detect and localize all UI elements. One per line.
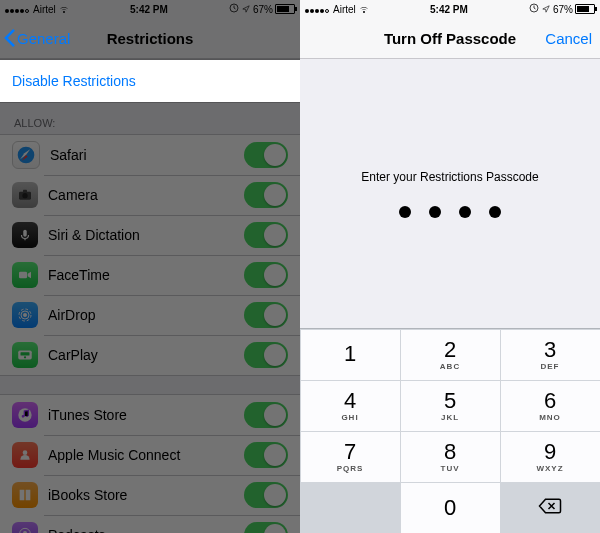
- signal-dots-icon: [305, 4, 330, 15]
- settings-row-siri[interactable]: Siri & Dictation: [0, 215, 300, 255]
- keypad-key-3[interactable]: 3DEF: [501, 330, 600, 380]
- row-label: iTunes Store: [48, 407, 244, 423]
- battery-indicator: 67%: [253, 4, 295, 15]
- status-bar: Airtel 5:42 PM 67%: [0, 0, 300, 18]
- row-label: Safari: [50, 147, 244, 163]
- svg-rect-4: [23, 190, 27, 193]
- row-label: Siri & Dictation: [48, 227, 244, 243]
- section-header-allow: ALLOW:: [0, 103, 300, 134]
- wifi-icon: [59, 5, 69, 13]
- passcode-dots: [399, 206, 501, 218]
- keypad-key-2[interactable]: 2ABC: [401, 330, 500, 380]
- numeric-keypad: 1 2ABC 3DEF 4GHI 5JKL 6MNO 7PQRS 8TUV 9W…: [300, 328, 600, 533]
- settings-row-facetime[interactable]: FaceTime: [0, 255, 300, 295]
- toggle-switch[interactable]: [244, 442, 288, 468]
- cancel-button[interactable]: Cancel: [545, 30, 592, 47]
- svg-rect-6: [19, 272, 27, 279]
- disable-restrictions-label: Disable Restrictions: [12, 73, 288, 89]
- signal-dots-icon: [5, 4, 30, 15]
- keypad-key-8[interactable]: 8TUV: [401, 432, 500, 482]
- settings-row-music[interactable]: Apple Music Connect: [0, 435, 300, 475]
- nav-bar: General Restrictions: [0, 18, 300, 59]
- keypad-blank: [301, 483, 400, 533]
- apple-music-icon: [12, 442, 38, 468]
- keypad-key-5[interactable]: 5JKL: [401, 381, 500, 431]
- toggle-switch[interactable]: [244, 142, 288, 168]
- settings-row-podcasts[interactable]: Podcasts: [0, 515, 300, 533]
- settings-row-ibooks[interactable]: iBooks Store: [0, 475, 300, 515]
- camera-icon: [12, 182, 38, 208]
- safari-icon: [12, 141, 40, 169]
- toggle-switch[interactable]: [244, 482, 288, 508]
- location-icon: [242, 4, 250, 15]
- location-icon: [542, 4, 550, 15]
- carrier-label: Airtel: [33, 4, 56, 15]
- itunes-icon: [12, 402, 38, 428]
- passcode-area: Enter your Restrictions Passcode: [300, 59, 600, 328]
- settings-row-itunes[interactable]: iTunes Store: [0, 395, 300, 435]
- toggle-switch[interactable]: [244, 522, 288, 533]
- row-label: FaceTime: [48, 267, 244, 283]
- backspace-icon: [538, 497, 562, 518]
- passcode-dot-icon: [489, 206, 501, 218]
- clock-label: 5:42 PM: [430, 4, 468, 15]
- svg-rect-5: [23, 230, 27, 237]
- clock-label: 5:42 PM: [130, 4, 168, 15]
- toggle-switch[interactable]: [244, 262, 288, 288]
- settings-row-airdrop[interactable]: AirDrop: [0, 295, 300, 335]
- row-label: AirDrop: [48, 307, 244, 323]
- battery-pct-label: 67%: [553, 4, 573, 15]
- carrier-label: Airtel: [333, 4, 356, 15]
- settings-row-carplay[interactable]: CarPlay: [0, 335, 300, 375]
- passcode-dot-icon: [459, 206, 471, 218]
- keypad-delete-button[interactable]: [501, 483, 600, 533]
- svg-point-14: [23, 450, 28, 455]
- passcode-prompt: Enter your Restrictions Passcode: [361, 170, 538, 184]
- keypad-key-6[interactable]: 6MNO: [501, 381, 600, 431]
- toggle-switch[interactable]: [244, 402, 288, 428]
- toggle-switch[interactable]: [244, 342, 288, 368]
- ibooks-icon: [12, 482, 38, 508]
- passcode-dot-icon: [399, 206, 411, 218]
- row-label: Podcasts: [48, 527, 244, 533]
- wifi-icon: [359, 5, 369, 13]
- back-label: General: [17, 30, 70, 47]
- battery-indicator: 67%: [553, 4, 595, 15]
- back-button[interactable]: General: [0, 29, 70, 47]
- svg-point-7: [23, 313, 27, 317]
- svg-point-3: [22, 193, 27, 198]
- row-label: Camera: [48, 187, 244, 203]
- siri-icon: [12, 222, 38, 248]
- toggle-switch[interactable]: [244, 302, 288, 328]
- facetime-icon: [12, 262, 38, 288]
- passcode-dot-icon: [429, 206, 441, 218]
- svg-point-11: [24, 356, 26, 358]
- podcasts-icon: [12, 522, 38, 533]
- keypad-key-7[interactable]: 7PQRS: [301, 432, 400, 482]
- keypad-key-4[interactable]: 4GHI: [301, 381, 400, 431]
- battery-pct-label: 67%: [253, 4, 273, 15]
- toggle-switch[interactable]: [244, 222, 288, 248]
- rotation-lock-icon: [229, 3, 239, 15]
- status-bar: Airtel 5:42 PM 67%: [300, 0, 600, 18]
- row-label: CarPlay: [48, 347, 244, 363]
- carplay-icon: [12, 342, 38, 368]
- toggle-switch[interactable]: [244, 182, 288, 208]
- disable-restrictions-row[interactable]: Disable Restrictions: [0, 60, 300, 102]
- keypad-key-0[interactable]: 0: [401, 483, 500, 533]
- row-label: Apple Music Connect: [48, 447, 244, 463]
- airdrop-icon: [12, 302, 38, 328]
- keypad-key-1[interactable]: 1: [301, 330, 400, 380]
- row-label: iBooks Store: [48, 487, 244, 503]
- rotation-lock-icon: [529, 3, 539, 15]
- settings-row-camera[interactable]: Camera: [0, 175, 300, 215]
- settings-row-safari[interactable]: Safari: [0, 135, 300, 175]
- svg-rect-12: [21, 352, 30, 355]
- keypad-key-9[interactable]: 9WXYZ: [501, 432, 600, 482]
- nav-bar: Turn Off Passcode Cancel: [300, 18, 600, 59]
